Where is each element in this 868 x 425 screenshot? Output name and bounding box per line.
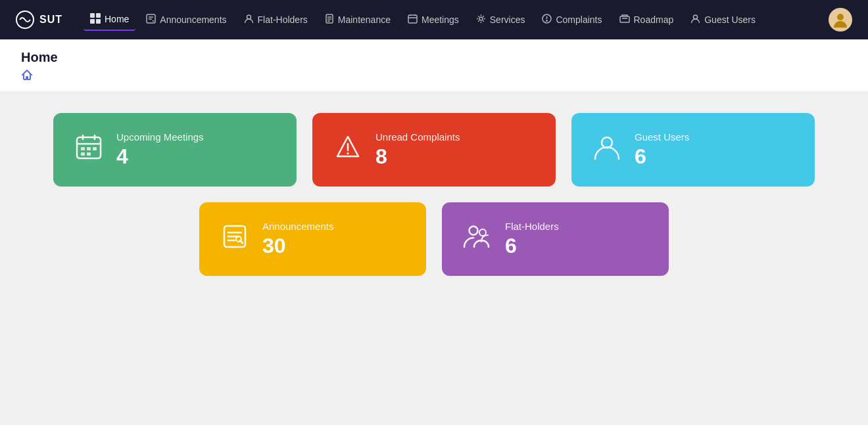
navbar-left: SUT Home Announcements: [16, 9, 762, 31]
svg-rect-19: [620, 16, 629, 22]
card-value-complaints: 8: [375, 145, 460, 168]
nav-item-roadmap[interactable]: Roadmap: [613, 10, 681, 30]
svg-rect-3: [90, 19, 95, 24]
main-content: Upcoming Meetings 4 Unread Complaints 8: [0, 92, 868, 297]
svg-point-21: [694, 15, 698, 19]
flat-holders-card-icon: [463, 222, 492, 257]
card-announcements[interactable]: Announcements 30: [199, 202, 426, 276]
card-value-announcements: 30: [262, 235, 333, 257]
svg-point-40: [470, 226, 478, 235]
card-label-announcements: Announcements: [262, 221, 333, 232]
nav-label-flat-holders: Flat-Holders: [258, 14, 308, 25]
nav-item-announcements[interactable]: Announcements: [139, 10, 233, 30]
meetings-nav-icon: [408, 14, 418, 26]
avatar-icon: [831, 11, 850, 29]
card-info-guest-users: Guest Users 6: [635, 131, 689, 168]
avatar[interactable]: [829, 8, 852, 32]
flat-holders-nav-icon: [244, 14, 254, 26]
nav-item-flat-holders[interactable]: Flat-Holders: [237, 10, 314, 30]
card-label-flat-holders: Flat-Holders: [505, 221, 559, 232]
card-label-guest-users: Guest Users: [635, 131, 689, 143]
home-breadcrumb-svg: [21, 69, 33, 81]
svg-rect-28: [87, 147, 91, 150]
navbar: SUT Home Announcements: [0, 0, 868, 39]
card-label-meetings: Upcoming Meetings: [116, 131, 204, 143]
nav-label-complaints: Complaints: [556, 14, 602, 25]
card-value-guest-users: 6: [635, 145, 689, 168]
nav-links: Home Announcements Flat-Holders: [84, 9, 762, 31]
guest-users-card-icon: [592, 133, 621, 168]
svg-point-34: [602, 137, 612, 148]
nav-label-meetings: Meetings: [422, 14, 459, 25]
svg-rect-4: [96, 19, 101, 24]
svg-point-18: [546, 20, 547, 21]
page-header-wrapper: Home: [0, 39, 868, 92]
svg-point-41: [479, 229, 486, 236]
page-header: Home: [0, 39, 868, 92]
card-info-flat-holders: Flat-Holders 6: [505, 221, 559, 257]
svg-rect-27: [81, 147, 85, 150]
svg-rect-2: [96, 13, 101, 18]
svg-rect-31: [87, 152, 91, 156]
breadcrumb-home-icon: [21, 72, 33, 83]
announcements-card-icon: [220, 222, 249, 257]
cards-row-1: Upcoming Meetings 4 Unread Complaints 8: [39, 113, 829, 187]
guest-users-nav-icon: [690, 14, 700, 26]
nav-label-services: Services: [490, 14, 525, 25]
svg-rect-29: [93, 147, 97, 150]
card-value-meetings: 4: [116, 145, 204, 168]
card-guest-users[interactable]: Guest Users 6: [571, 113, 815, 187]
card-flat-holders[interactable]: Flat-Holders 6: [442, 202, 669, 276]
home-nav-icon: [90, 13, 101, 26]
complaints-nav-icon: [542, 14, 552, 26]
announcements-nav-icon: [146, 14, 156, 26]
nav-item-complaints[interactable]: Complaints: [535, 10, 608, 30]
svg-rect-1: [90, 13, 95, 18]
svg-point-15: [479, 17, 483, 20]
maintenance-nav-icon: [325, 14, 334, 26]
svg-point-6: [247, 15, 251, 19]
page-title: Home: [21, 50, 847, 65]
logo-text: SUT: [39, 14, 62, 26]
nav-item-services[interactable]: Services: [470, 10, 532, 30]
nav-label-home: Home: [105, 14, 129, 24]
nav-label-maintenance: Maintenance: [338, 14, 391, 25]
card-value-flat-holders: 6: [505, 235, 559, 257]
services-nav-icon: [476, 14, 486, 26]
card-info-meetings: Upcoming Meetings 4: [116, 131, 204, 168]
card-info-complaints: Unread Complaints 8: [375, 131, 460, 168]
card-info-announcements: Announcements 30: [262, 221, 333, 257]
nav-item-maintenance[interactable]: Maintenance: [318, 10, 397, 30]
nav-label-guest-users: Guest Users: [704, 14, 756, 25]
nav-label-roadmap: Roadmap: [634, 14, 674, 25]
complaints-card-icon: [333, 133, 362, 168]
meetings-card-icon: [74, 133, 103, 168]
card-unread-complaints[interactable]: Unread Complaints 8: [312, 113, 556, 187]
logo-icon: [16, 11, 34, 29]
svg-point-33: [347, 152, 349, 154]
svg-rect-11: [408, 15, 417, 23]
cards-row-2: Announcements 30 Flat-Holders 6: [39, 202, 829, 276]
svg-rect-30: [81, 152, 85, 156]
logo-area[interactable]: SUT: [16, 11, 62, 29]
svg-point-22: [837, 14, 844, 20]
nav-item-guest-users[interactable]: Guest Users: [684, 10, 762, 30]
nav-item-meetings[interactable]: Meetings: [401, 10, 466, 30]
nav-label-announcements: Announcements: [160, 14, 226, 25]
roadmap-nav-icon: [619, 14, 630, 26]
nav-item-home[interactable]: Home: [84, 9, 135, 31]
card-label-complaints: Unread Complaints: [375, 131, 460, 143]
card-upcoming-meetings[interactable]: Upcoming Meetings 4: [53, 113, 297, 187]
